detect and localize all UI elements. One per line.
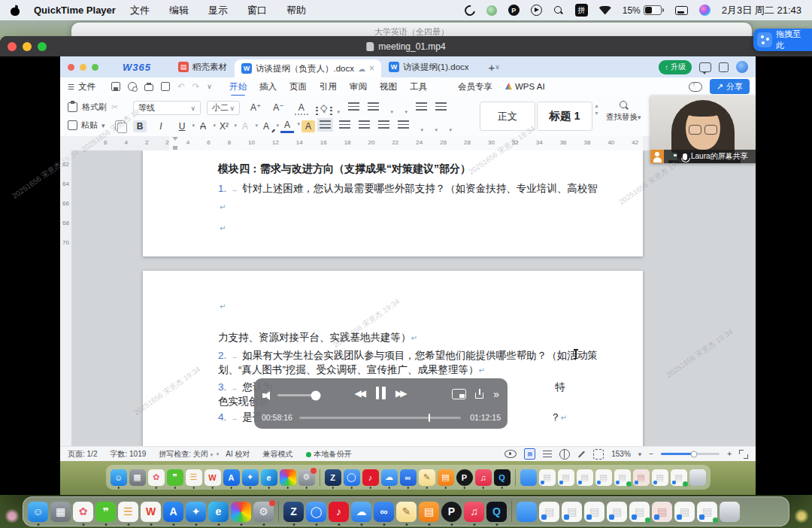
dock-icon-window-green[interactable]: ▤ xyxy=(614,469,631,486)
dock-icon-separator[interactable] xyxy=(320,469,320,486)
dock-icon-app-store[interactable]: A xyxy=(163,502,183,522)
close-window-button[interactable] xyxy=(8,42,17,51)
zoom-out-button[interactable]: − xyxy=(649,450,653,458)
char-format-button[interactable]: B xyxy=(133,120,147,132)
timeline-scrubber[interactable] xyxy=(299,417,461,419)
quicktime-titlebar[interactable]: meeting_01.mp4 xyxy=(0,36,812,56)
char-format-button[interactable]: A xyxy=(196,120,210,132)
dock-icon-window-red[interactable]: ▤ xyxy=(652,502,672,522)
dock-icon-window-red[interactable]: ▤ xyxy=(633,469,650,486)
picture-in-picture-icon[interactable] xyxy=(452,389,466,399)
menubar-menu[interactable]: 编辑 xyxy=(169,4,189,17)
dock-icon-q-app[interactable]: Q xyxy=(494,469,511,486)
dock-icon-window[interactable]: ▤ xyxy=(539,469,556,486)
volume-icon[interactable] xyxy=(262,391,274,400)
dock-icon-window[interactable]: ▤ xyxy=(607,502,627,522)
sort-button[interactable] xyxy=(416,102,427,111)
input-method-icon[interactable]: 拼 xyxy=(575,4,588,17)
dock-icon-trash[interactable] xyxy=(689,469,706,486)
ribbon-tab[interactable]: 页面 xyxy=(289,81,307,93)
screen-mirroring-icon[interactable] xyxy=(675,6,688,15)
wps-minimize-button[interactable] xyxy=(80,64,86,71)
dock-icon-window[interactable]: ▤ xyxy=(584,502,604,522)
restore-window-icon[interactable] xyxy=(719,62,729,72)
tab-docer-material[interactable]: ▤ 稻壳素材 xyxy=(171,56,235,77)
zoom-level[interactable]: 153% xyxy=(611,450,631,458)
copy-icon[interactable] xyxy=(115,120,125,131)
dock-icon-window[interactable]: ▤ xyxy=(595,469,612,486)
font-name-select[interactable]: 等线∨ xyxy=(133,101,201,115)
dock-icon-wps-office[interactable]: W xyxy=(141,502,161,522)
fast-forward-button[interactable]: ▶▶ xyxy=(395,389,407,398)
dock-icon-paperpass[interactable]: P xyxy=(456,469,473,486)
dock-icon-separator[interactable] xyxy=(278,501,279,522)
zoom-chevron-icon[interactable]: ▾ xyxy=(638,451,642,458)
account-avatar[interactable] xyxy=(736,61,748,73)
more-controls-icon[interactable]: » xyxy=(493,389,499,399)
dock-icon-settings[interactable]: ⚙ xyxy=(298,469,315,486)
share-button[interactable]: ↗分享 xyxy=(710,79,750,94)
outline-view-icon[interactable] xyxy=(543,451,552,458)
dock-icon-z-shield-app[interactable]: Z xyxy=(283,502,304,522)
char-format-button[interactable]: X² xyxy=(217,120,231,132)
rewind-button[interactable]: ◀◀ xyxy=(355,389,366,398)
dock-icon-settings[interactable]: ⚙ xyxy=(253,502,274,522)
align-right-button[interactable] xyxy=(359,120,370,129)
tab-document-2[interactable]: W 访谈提纲(1).docx xyxy=(381,56,477,77)
align-center-button[interactable] xyxy=(339,120,350,129)
dock-icon-window[interactable]: ▤ xyxy=(652,469,668,486)
dock-icon-window-green[interactable]: ▤ xyxy=(697,502,717,522)
playhead-marker[interactable] xyxy=(429,414,430,422)
dock-icon-z-shield-app[interactable]: Z xyxy=(325,469,341,486)
fullscreen-icon[interactable] xyxy=(739,450,748,459)
apple-icon[interactable] xyxy=(11,5,20,16)
dock-icon-finder[interactable]: ☺ xyxy=(111,469,127,486)
dock-icon-reminders[interactable]: ☰ xyxy=(118,502,138,522)
save-icon[interactable] xyxy=(111,82,120,91)
cut-icon[interactable]: ✂ xyxy=(111,102,118,112)
ribbon-tab[interactable]: WPS AI xyxy=(505,82,545,91)
ribbon-tab[interactable]: 视图 xyxy=(380,81,397,93)
dock-icon-netease-music[interactable]: ♪ xyxy=(329,502,349,522)
focus-mode-icon[interactable] xyxy=(593,449,604,460)
dock-icon-books-app[interactable]: ▤ xyxy=(419,502,439,522)
font-size-select[interactable]: 小二∨ xyxy=(207,101,240,115)
wps-close-button[interactable] xyxy=(68,64,74,71)
font-tool-button[interactable]: A xyxy=(295,102,308,115)
dock-icon-netease-music[interactable]: ♪ xyxy=(362,469,379,486)
dock-icon-music-app[interactable]: ♫ xyxy=(475,469,492,486)
drag-here-badge[interactable]: 拖拽至此 xyxy=(753,29,812,51)
dock-icon-photos[interactable]: ✿ xyxy=(73,502,93,522)
undo-icon[interactable]: ↶ xyxy=(177,81,185,92)
wifi-icon[interactable] xyxy=(599,6,611,15)
siri-icon[interactable] xyxy=(699,5,710,16)
format-painter-button[interactable]: 格式刷 ✂ xyxy=(68,102,118,113)
find-replace-button[interactable]: 查找替换▾ xyxy=(606,100,641,123)
dock-icon-paperpass[interactable]: P xyxy=(441,502,462,522)
ribbon-tab[interactable]: 引用 xyxy=(320,81,337,93)
upgrade-button[interactable]: ↑升级 xyxy=(659,60,692,74)
paste-button[interactable]: 粘贴 ▾ xyxy=(68,120,125,131)
dock-icon-notes-app[interactable]: ✎ xyxy=(396,502,417,522)
minimize-window-button[interactable] xyxy=(23,42,32,51)
read-mode-icon[interactable] xyxy=(504,450,517,458)
dock-icon-window[interactable]: ▤ xyxy=(558,469,574,486)
pause-button[interactable] xyxy=(376,387,386,399)
font-tool-button[interactable]: A⁻ xyxy=(271,102,285,115)
show-marks-button[interactable] xyxy=(435,102,447,111)
cloud-sync-icon[interactable] xyxy=(689,82,702,92)
tab-document-active[interactable]: W 访谈提纲（负责人）.docx ☁ × xyxy=(235,59,381,77)
green-status-icon[interactable] xyxy=(486,5,497,16)
menubar-menu[interactable]: 窗口 xyxy=(247,4,267,17)
annotate-icon[interactable] xyxy=(578,451,585,457)
dock-icon-edge[interactable]: e xyxy=(208,502,229,522)
statusbar-item[interactable]: 页面: 1/2 xyxy=(68,449,97,460)
zoom-slider[interactable] xyxy=(661,453,720,455)
dock-icon-reminders[interactable]: ☰ xyxy=(186,469,202,486)
feedback-icon[interactable] xyxy=(699,62,711,72)
menubar-app-name[interactable]: QuickTime Player xyxy=(34,5,116,16)
vertical-ruler[interactable]: 6264666870 xyxy=(60,150,72,446)
statusbar-item[interactable]: AI 校对 xyxy=(226,449,250,460)
dock-icon-safari[interactable]: ✦ xyxy=(186,502,206,522)
distribute-button[interactable] xyxy=(398,120,409,129)
